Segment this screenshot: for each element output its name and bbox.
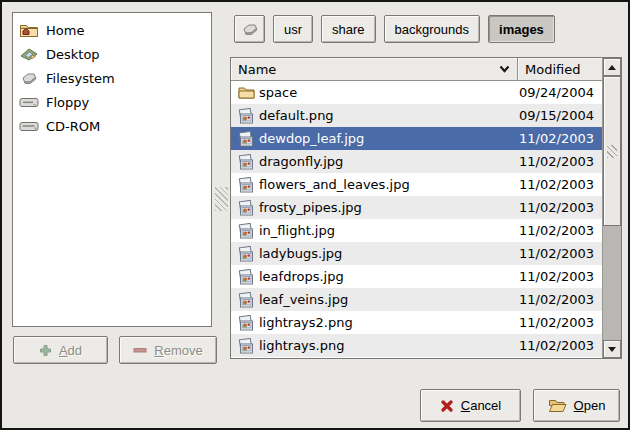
add-plus-icon	[39, 344, 52, 357]
path-button-root[interactable]	[234, 15, 265, 43]
sort-indicator-icon	[499, 65, 510, 73]
file-modified-date: 09/24/2004	[518, 85, 602, 100]
file-name: leafdrops.jpg	[259, 269, 518, 284]
file-modified-date: 11/02/2003	[518, 154, 602, 169]
file-name: frosty_pipes.jpg	[259, 200, 518, 215]
table-row[interactable]: frosty_pipes.jpg11/02/2003	[231, 196, 602, 219]
path-button-usr[interactable]: usr	[273, 15, 313, 43]
add-button-label: Add	[59, 343, 82, 358]
file-modified-date: 11/02/2003	[518, 315, 602, 330]
file-name: lightrays2.png	[259, 315, 518, 330]
path-button-label: images	[499, 22, 544, 37]
table-row[interactable]: leaf_veins.jpg11/02/2003	[231, 288, 602, 311]
table-row[interactable]: dragonfly.jpg11/02/2003	[231, 150, 602, 173]
scrollbar-thumb[interactable]	[603, 76, 621, 226]
image-file-icon	[237, 315, 255, 331]
path-button-images[interactable]: images	[488, 15, 555, 43]
file-modified-date: 11/02/2003	[518, 177, 602, 192]
table-row[interactable]: dewdop_leaf.jpg11/02/2003	[231, 127, 602, 150]
path-button-share[interactable]: share	[321, 15, 376, 43]
sidebar-item-cd-rom[interactable]: CD-ROM	[13, 114, 211, 138]
cancel-button[interactable]: Cancel	[420, 389, 521, 422]
file-modified-date: 11/02/2003	[518, 292, 602, 307]
sidebar-item-desktop[interactable]: Desktop	[13, 42, 211, 66]
file-modified-date: 11/02/2003	[518, 338, 602, 353]
table-row-partial[interactable]	[231, 357, 602, 358]
sidebar-item-filesystem[interactable]: Filesystem	[13, 66, 211, 90]
file-modified-date: 11/02/2003	[518, 200, 602, 215]
arrow-up-icon	[608, 65, 616, 70]
table-row[interactable]: space09/24/2004	[231, 81, 602, 104]
image-file-icon	[237, 338, 255, 354]
table-row[interactable]: flowers_and_leaves.jpg11/02/2003	[231, 173, 602, 196]
remove-button[interactable]: Remove	[119, 336, 217, 364]
file-name: lightrays.png	[259, 338, 518, 353]
sidebar-item-label: Floppy	[46, 95, 89, 110]
table-row[interactable]: in_flight.jpg11/02/2003	[231, 219, 602, 242]
file-list-panel: Name Modified space09/24/2004default.png…	[230, 57, 622, 359]
file-modified-date: 11/02/2003	[518, 131, 602, 146]
image-file-icon	[237, 292, 255, 308]
file-name: default.png	[259, 108, 518, 123]
cdrom-drive-icon	[19, 119, 39, 133]
sidebar-item-label: Filesystem	[46, 71, 115, 86]
file-list: Name Modified space09/24/2004default.png…	[231, 58, 603, 358]
file-name: space	[259, 85, 518, 100]
column-headers: Name Modified	[231, 58, 602, 81]
path-button-label: usr	[284, 22, 302, 37]
file-modified-date: 11/02/2003	[518, 269, 602, 284]
home-folder-icon	[19, 22, 39, 38]
table-row[interactable]: lightrays.png11/02/2003	[231, 334, 602, 357]
column-header-name[interactable]: Name	[231, 58, 518, 81]
disk-icon	[240, 22, 260, 36]
add-button[interactable]: Add	[13, 336, 108, 364]
column-header-modified[interactable]: Modified	[518, 58, 602, 81]
file-name: dragonfly.jpg	[259, 154, 518, 169]
disk-icon	[19, 71, 39, 85]
open-button-label: Open	[574, 398, 606, 413]
cancel-button-label: Cancel	[461, 398, 501, 413]
image-file-icon	[237, 154, 255, 170]
file-modified-date: 09/15/2004	[518, 108, 602, 123]
path-bar: usrsharebackgroundsimages	[234, 15, 555, 43]
open-button[interactable]: Open	[533, 389, 620, 422]
sidebar-item-floppy[interactable]: Floppy	[13, 90, 211, 114]
table-row[interactable]: default.png09/15/2004	[231, 104, 602, 127]
file-modified-date: 11/02/2003	[518, 246, 602, 261]
file-chooser-dialog: HomeDesktopFilesystemFloppyCD-ROM Add Re…	[0, 0, 630, 430]
scroll-down-button[interactable]	[603, 340, 621, 358]
sidebar-item-label: Desktop	[46, 47, 100, 62]
file-name: ladybugs.jpg	[259, 246, 518, 261]
floppy-drive-icon	[19, 95, 39, 109]
sidebar-item-label: CD-ROM	[46, 119, 100, 134]
scrollbar-track[interactable]	[603, 76, 621, 340]
vertical-scrollbar[interactable]	[603, 58, 621, 358]
file-list-rows: space09/24/2004default.png09/15/2004dewd…	[231, 81, 602, 358]
image-file-icon	[237, 269, 255, 285]
image-file-icon	[237, 131, 255, 147]
path-button-label: share	[332, 22, 365, 37]
open-folder-icon	[548, 398, 567, 413]
image-file-icon	[237, 177, 255, 193]
shortcuts-list[interactable]: HomeDesktopFilesystemFloppyCD-ROM	[12, 12, 212, 327]
table-row[interactable]: leafdrops.jpg11/02/2003	[231, 265, 602, 288]
file-name: in_flight.jpg	[259, 223, 518, 238]
image-file-icon	[237, 200, 255, 216]
image-file-icon	[237, 108, 255, 124]
cancel-x-icon	[440, 399, 454, 413]
path-button-label: backgrounds	[395, 22, 469, 37]
sidebar-item-home[interactable]: Home	[13, 18, 211, 42]
table-row[interactable]: lightrays2.png11/02/2003	[231, 311, 602, 334]
desktop-icon	[19, 46, 39, 62]
remove-button-label: Remove	[154, 343, 202, 358]
sidebar-item-label: Home	[46, 23, 84, 38]
arrow-down-icon	[608, 347, 616, 352]
table-row[interactable]: ladybugs.jpg11/02/2003	[231, 242, 602, 265]
path-button-backgrounds[interactable]: backgrounds	[384, 15, 480, 43]
pane-resize-handle[interactable]	[215, 187, 228, 211]
file-name: leaf_veins.jpg	[259, 292, 518, 307]
folder-icon	[237, 85, 255, 100]
scroll-up-button[interactable]	[603, 58, 621, 76]
image-file-icon	[237, 223, 255, 239]
file-modified-date: 11/02/2003	[518, 223, 602, 238]
